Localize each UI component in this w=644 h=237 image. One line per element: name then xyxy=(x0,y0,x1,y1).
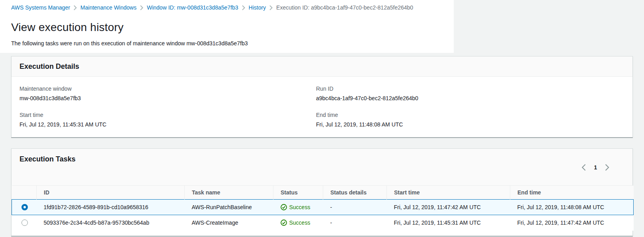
breadcrumb-link-history[interactable]: History xyxy=(249,4,266,11)
success-check-icon xyxy=(281,220,287,226)
status-details-cell: - xyxy=(323,200,387,215)
breadcrumb: AWS Systems Manager Maintenance Windows … xyxy=(11,4,454,11)
execution-details-body: Maintenance window mw-008d31c3d8a5e7fb3 … xyxy=(12,77,632,137)
column-header-status-details: Status details xyxy=(323,186,387,200)
column-header-task-name: Task name xyxy=(185,186,273,200)
breadcrumb-chevron-icon xyxy=(74,5,77,10)
execution-details-panel: Execution Details Maintenance window mw-… xyxy=(11,56,633,138)
breadcrumb-chevron-icon xyxy=(242,5,245,10)
selection-cell xyxy=(12,200,37,215)
page-description: The following tasks were run on this exe… xyxy=(11,40,454,47)
page-title: View execution history xyxy=(11,21,454,34)
breadcrumb-link-window-id[interactable]: Window ID: mw-008d31c3d8a5e7fb3 xyxy=(147,4,238,11)
pagination: 1 xyxy=(581,163,610,172)
field-start-time: Start time Fri, Jul 12, 2019, 11:45:31 A… xyxy=(20,112,316,128)
breadcrumb-chevron-icon xyxy=(269,5,273,10)
chevron-right-icon xyxy=(605,164,609,171)
selection-cell xyxy=(12,215,37,231)
execution-tasks-panel: Execution Tasks 1 ID Task name Status St… xyxy=(11,148,633,236)
field-value: Fri, Jul 12, 2019, 11:45:31 AM UTC xyxy=(20,121,316,128)
pagination-previous-button[interactable] xyxy=(581,163,587,172)
end-time-cell: Fri, Jul 12, 2019, 11:48:08 AM UTC xyxy=(510,200,634,215)
start-time-cell: Fri, Jul 12, 2019, 11:45:31 AM UTC xyxy=(387,215,510,231)
chevron-left-icon xyxy=(582,164,586,171)
execution-details-header: Execution Details xyxy=(12,56,632,77)
field-end-time: End time Fri, Jul 12, 2019, 11:48:08 AM … xyxy=(316,112,624,128)
field-label: Start time xyxy=(20,112,316,118)
table-row[interactable]: 5093376e-2c34-4cd5-b87a-95730bc564ab AWS… xyxy=(12,215,634,231)
start-time-cell: Fri, Jul 12, 2019, 11:47:42 AM UTC xyxy=(387,200,510,215)
radio-button-unselected[interactable] xyxy=(21,220,28,226)
table-header-row: ID Task name Status Status details Start… xyxy=(12,186,634,200)
field-value: Fri, Jul 12, 2019, 11:48:08 AM UTC xyxy=(316,121,624,128)
breadcrumb-link-systems-manager[interactable]: AWS Systems Manager xyxy=(11,4,70,11)
execution-details-title: Execution Details xyxy=(20,62,624,71)
breadcrumb-chevron-icon xyxy=(140,5,143,10)
task-name-cell: AWS-CreateImage xyxy=(185,215,273,231)
status-label: Success xyxy=(289,204,310,210)
column-header-end-time: End time xyxy=(510,186,634,200)
page-header: AWS Systems Manager Maintenance Windows … xyxy=(0,0,454,53)
pagination-current-page[interactable]: 1 xyxy=(594,164,597,171)
pagination-next-button[interactable] xyxy=(604,163,610,172)
table-row[interactable]: 1fd91b72-2826-4589-891b-cd10a9658316 AWS… xyxy=(12,200,634,215)
end-time-cell: Fri, Jul 12, 2019, 11:47:42 AM UTC xyxy=(510,215,634,231)
status-label: Success xyxy=(289,220,310,226)
column-header-start-time: Start time xyxy=(387,186,510,200)
field-value: mw-008d31c3d8a5e7fb3 xyxy=(20,95,316,101)
status-cell: Success xyxy=(273,215,323,231)
task-id-cell: 1fd91b72-2826-4589-891b-cd10a9658316 xyxy=(37,200,185,215)
field-label: Run ID xyxy=(316,85,624,92)
task-id-cell: 5093376e-2c34-4cd5-b87a-95730bc564ab xyxy=(37,215,185,231)
status-cell: Success xyxy=(273,200,323,215)
execution-tasks-title: Execution Tasks xyxy=(20,155,624,163)
radio-button-selected[interactable] xyxy=(21,204,28,210)
field-label: End time xyxy=(316,112,624,118)
column-header-selection xyxy=(12,186,37,200)
execution-tasks-header: Execution Tasks 1 xyxy=(12,149,632,185)
breadcrumb-current-execution-id: Execution ID: a9bc4bca-1af9-47c0-bec2-81… xyxy=(276,4,413,11)
field-run-id: Run ID a9bc4bca-1af9-47c0-bec2-812a5fe26… xyxy=(316,85,624,101)
field-value: a9bc4bca-1af9-47c0-bec2-812a5fe264b0 xyxy=(316,95,624,101)
status-details-cell: - xyxy=(323,215,387,231)
column-header-status: Status xyxy=(273,186,323,200)
success-check-icon xyxy=(281,204,287,210)
table-bottom-padding xyxy=(12,231,632,236)
execution-tasks-table: ID Task name Status Status details Start… xyxy=(12,185,634,231)
task-name-cell: AWS-RunPatchBaseline xyxy=(185,200,273,215)
column-header-id: ID xyxy=(37,186,185,200)
field-maintenance-window: Maintenance window mw-008d31c3d8a5e7fb3 xyxy=(20,85,316,101)
breadcrumb-link-maintenance-windows[interactable]: Maintenance Windows xyxy=(80,4,137,11)
field-label: Maintenance window xyxy=(20,85,316,92)
